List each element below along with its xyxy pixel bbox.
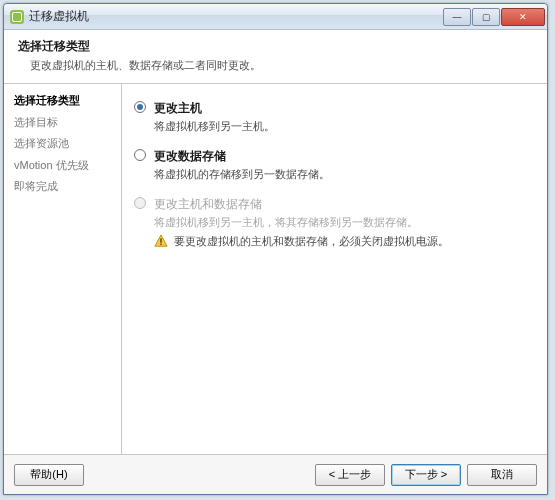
step-vmotion-priority[interactable]: vMotion 优先级 xyxy=(8,155,117,177)
wizard-header: 选择迁移类型 更改虚拟机的主机、数据存储或二者同时更改。 xyxy=(4,30,547,84)
step-select-type[interactable]: 选择迁移类型 xyxy=(8,90,117,112)
option-change-host[interactable]: 更改主机 将虚拟机移到另一主机。 xyxy=(134,100,535,134)
wizard-content: 更改主机 将虚拟机移到另一主机。 更改数据存储 将虚拟机的存储移到另一数据存储。… xyxy=(122,84,547,454)
titlebar[interactable]: 迁移虚拟机 — ▢ ✕ xyxy=(4,4,547,30)
window-title: 迁移虚拟机 xyxy=(29,8,443,25)
migrate-vm-dialog: 迁移虚拟机 — ▢ ✕ 选择迁移类型 更改虚拟机的主机、数据存储或二者同时更改。… xyxy=(3,3,548,495)
radio-change-datastore[interactable] xyxy=(134,149,146,161)
app-icon xyxy=(10,10,24,24)
svg-rect-2 xyxy=(160,244,161,245)
option-desc: 将虚拟机移到另一主机。 xyxy=(154,119,535,134)
help-button[interactable]: 帮助(H) xyxy=(14,464,84,486)
option-title: 更改数据存储 xyxy=(154,148,226,165)
next-button[interactable]: 下一步 > xyxy=(391,464,461,486)
cancel-button[interactable]: 取消 xyxy=(467,464,537,486)
maximize-button[interactable]: ▢ xyxy=(472,8,500,26)
option-change-both: 更改主机和数据存储 将虚拟机移到另一主机，将其存储移到另一数据存储。 要更改虚拟… xyxy=(134,196,535,249)
step-select-target[interactable]: 选择目标 xyxy=(8,112,117,134)
wizard-body: 选择迁移类型 选择目标 选择资源池 vMotion 优先级 即将完成 更改主机 … xyxy=(4,84,547,454)
option-desc: 将虚拟机的存储移到另一数据存储。 xyxy=(154,167,535,182)
wizard-footer: 帮助(H) < 上一步 下一步 > 取消 xyxy=(4,454,547,494)
option-change-datastore[interactable]: 更改数据存储 将虚拟机的存储移到另一数据存储。 xyxy=(134,148,535,182)
page-subtitle: 更改虚拟机的主机、数据存储或二者同时更改。 xyxy=(30,58,533,73)
minimize-button[interactable]: — xyxy=(443,8,471,26)
wizard-steps: 选择迁移类型 选择目标 选择资源池 vMotion 优先级 即将完成 xyxy=(4,84,122,454)
back-button[interactable]: < 上一步 xyxy=(315,464,385,486)
page-title: 选择迁移类型 xyxy=(18,38,533,55)
option-warning: 要更改虚拟机的主机和数据存储，必须关闭虚拟机电源。 xyxy=(154,234,535,249)
option-title: 更改主机和数据存储 xyxy=(154,196,262,213)
window-controls: — ▢ ✕ xyxy=(443,8,545,26)
close-button[interactable]: ✕ xyxy=(501,8,545,26)
radio-change-both xyxy=(134,197,146,209)
step-ready[interactable]: 即将完成 xyxy=(8,176,117,198)
option-desc: 将虚拟机移到另一主机，将其存储移到另一数据存储。 xyxy=(154,215,535,230)
warning-text: 要更改虚拟机的主机和数据存储，必须关闭虚拟机电源。 xyxy=(174,234,449,249)
radio-change-host[interactable] xyxy=(134,101,146,113)
svg-rect-1 xyxy=(160,238,161,242)
warning-icon xyxy=(154,234,168,248)
step-select-respool[interactable]: 选择资源池 xyxy=(8,133,117,155)
option-title: 更改主机 xyxy=(154,100,202,117)
